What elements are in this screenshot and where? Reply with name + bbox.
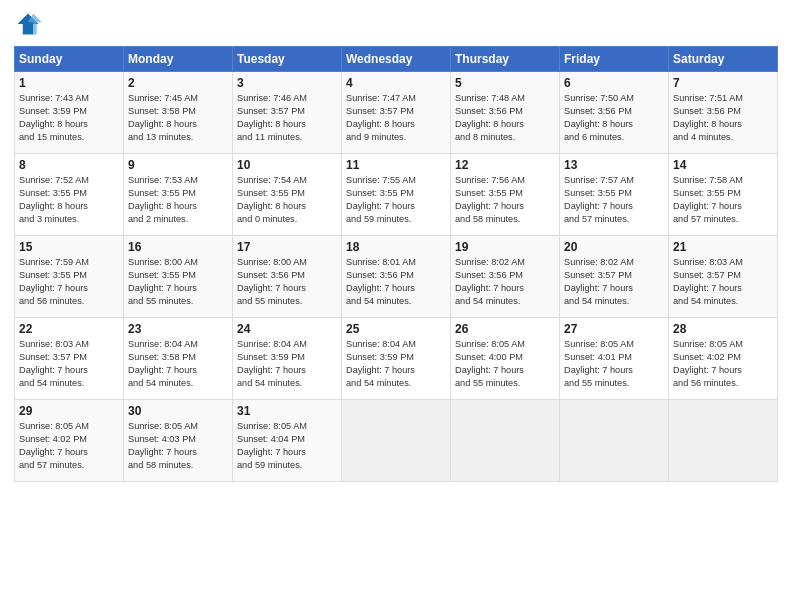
day-info: Sunrise: 7:53 AMSunset: 3:55 PMDaylight:… xyxy=(128,175,198,224)
day-number: 27 xyxy=(564,322,664,336)
calendar-day-29: 29Sunrise: 8:05 AMSunset: 4:02 PMDayligh… xyxy=(15,400,124,482)
calendar-table: Sunday Monday Tuesday Wednesday Thursday… xyxy=(14,46,778,482)
calendar-day-6: 6Sunrise: 7:50 AMSunset: 3:56 PMDaylight… xyxy=(560,72,669,154)
day-info: Sunrise: 7:54 AMSunset: 3:55 PMDaylight:… xyxy=(237,175,307,224)
day-number: 22 xyxy=(19,322,119,336)
day-info: Sunrise: 8:02 AMSunset: 3:57 PMDaylight:… xyxy=(564,257,634,306)
col-sunday: Sunday xyxy=(15,47,124,72)
day-info: Sunrise: 8:03 AMSunset: 3:57 PMDaylight:… xyxy=(19,339,89,388)
day-info: Sunrise: 7:45 AMSunset: 3:58 PMDaylight:… xyxy=(128,93,198,142)
day-number: 30 xyxy=(128,404,228,418)
day-number: 10 xyxy=(237,158,337,172)
calendar-day-9: 9Sunrise: 7:53 AMSunset: 3:55 PMDaylight… xyxy=(124,154,233,236)
calendar-day-5: 5Sunrise: 7:48 AMSunset: 3:56 PMDaylight… xyxy=(451,72,560,154)
day-info: Sunrise: 8:04 AMSunset: 3:59 PMDaylight:… xyxy=(346,339,416,388)
day-number: 19 xyxy=(455,240,555,254)
calendar-day-10: 10Sunrise: 7:54 AMSunset: 3:55 PMDayligh… xyxy=(233,154,342,236)
calendar-day-empty xyxy=(451,400,560,482)
calendar-day-16: 16Sunrise: 8:00 AMSunset: 3:55 PMDayligh… xyxy=(124,236,233,318)
calendar-day-1: 1Sunrise: 7:43 AMSunset: 3:59 PMDaylight… xyxy=(15,72,124,154)
day-number: 28 xyxy=(673,322,773,336)
day-number: 14 xyxy=(673,158,773,172)
col-thursday: Thursday xyxy=(451,47,560,72)
day-number: 15 xyxy=(19,240,119,254)
header xyxy=(14,10,778,38)
calendar-day-27: 27Sunrise: 8:05 AMSunset: 4:01 PMDayligh… xyxy=(560,318,669,400)
day-info: Sunrise: 8:00 AMSunset: 3:56 PMDaylight:… xyxy=(237,257,307,306)
day-number: 11 xyxy=(346,158,446,172)
col-friday: Friday xyxy=(560,47,669,72)
day-info: Sunrise: 8:05 AMSunset: 4:00 PMDaylight:… xyxy=(455,339,525,388)
day-info: Sunrise: 8:05 AMSunset: 4:02 PMDaylight:… xyxy=(19,421,89,470)
day-info: Sunrise: 8:04 AMSunset: 3:59 PMDaylight:… xyxy=(237,339,307,388)
day-info: Sunrise: 7:48 AMSunset: 3:56 PMDaylight:… xyxy=(455,93,525,142)
day-info: Sunrise: 8:03 AMSunset: 3:57 PMDaylight:… xyxy=(673,257,743,306)
day-info: Sunrise: 8:00 AMSunset: 3:55 PMDaylight:… xyxy=(128,257,198,306)
day-info: Sunrise: 7:52 AMSunset: 3:55 PMDaylight:… xyxy=(19,175,89,224)
calendar-day-7: 7Sunrise: 7:51 AMSunset: 3:56 PMDaylight… xyxy=(669,72,778,154)
day-number: 26 xyxy=(455,322,555,336)
calendar-day-12: 12Sunrise: 7:56 AMSunset: 3:55 PMDayligh… xyxy=(451,154,560,236)
calendar-day-18: 18Sunrise: 8:01 AMSunset: 3:56 PMDayligh… xyxy=(342,236,451,318)
calendar-week-5: 29Sunrise: 8:05 AMSunset: 4:02 PMDayligh… xyxy=(15,400,778,482)
calendar-day-8: 8Sunrise: 7:52 AMSunset: 3:55 PMDaylight… xyxy=(15,154,124,236)
day-number: 31 xyxy=(237,404,337,418)
calendar-day-14: 14Sunrise: 7:58 AMSunset: 3:55 PMDayligh… xyxy=(669,154,778,236)
day-info: Sunrise: 8:02 AMSunset: 3:56 PMDaylight:… xyxy=(455,257,525,306)
day-info: Sunrise: 7:59 AMSunset: 3:55 PMDaylight:… xyxy=(19,257,89,306)
logo-icon xyxy=(14,10,42,38)
calendar-week-4: 22Sunrise: 8:03 AMSunset: 3:57 PMDayligh… xyxy=(15,318,778,400)
calendar-day-13: 13Sunrise: 7:57 AMSunset: 3:55 PMDayligh… xyxy=(560,154,669,236)
day-info: Sunrise: 7:51 AMSunset: 3:56 PMDaylight:… xyxy=(673,93,743,142)
day-number: 29 xyxy=(19,404,119,418)
calendar-week-1: 1Sunrise: 7:43 AMSunset: 3:59 PMDaylight… xyxy=(15,72,778,154)
day-info: Sunrise: 7:50 AMSunset: 3:56 PMDaylight:… xyxy=(564,93,634,142)
page-container: Sunday Monday Tuesday Wednesday Thursday… xyxy=(0,0,792,492)
day-number: 2 xyxy=(128,76,228,90)
day-number: 18 xyxy=(346,240,446,254)
day-number: 1 xyxy=(19,76,119,90)
day-number: 16 xyxy=(128,240,228,254)
day-info: Sunrise: 8:05 AMSunset: 4:04 PMDaylight:… xyxy=(237,421,307,470)
calendar-day-26: 26Sunrise: 8:05 AMSunset: 4:00 PMDayligh… xyxy=(451,318,560,400)
col-wednesday: Wednesday xyxy=(342,47,451,72)
calendar-day-30: 30Sunrise: 8:05 AMSunset: 4:03 PMDayligh… xyxy=(124,400,233,482)
day-number: 13 xyxy=(564,158,664,172)
day-info: Sunrise: 8:05 AMSunset: 4:02 PMDaylight:… xyxy=(673,339,743,388)
day-info: Sunrise: 7:43 AMSunset: 3:59 PMDaylight:… xyxy=(19,93,89,142)
day-number: 20 xyxy=(564,240,664,254)
day-number: 4 xyxy=(346,76,446,90)
calendar-day-17: 17Sunrise: 8:00 AMSunset: 3:56 PMDayligh… xyxy=(233,236,342,318)
col-tuesday: Tuesday xyxy=(233,47,342,72)
day-info: Sunrise: 8:05 AMSunset: 4:03 PMDaylight:… xyxy=(128,421,198,470)
day-number: 7 xyxy=(673,76,773,90)
calendar-day-25: 25Sunrise: 8:04 AMSunset: 3:59 PMDayligh… xyxy=(342,318,451,400)
calendar-week-2: 8Sunrise: 7:52 AMSunset: 3:55 PMDaylight… xyxy=(15,154,778,236)
calendar-day-15: 15Sunrise: 7:59 AMSunset: 3:55 PMDayligh… xyxy=(15,236,124,318)
calendar-day-20: 20Sunrise: 8:02 AMSunset: 3:57 PMDayligh… xyxy=(560,236,669,318)
calendar-week-3: 15Sunrise: 7:59 AMSunset: 3:55 PMDayligh… xyxy=(15,236,778,318)
calendar-day-21: 21Sunrise: 8:03 AMSunset: 3:57 PMDayligh… xyxy=(669,236,778,318)
day-number: 12 xyxy=(455,158,555,172)
calendar-day-empty xyxy=(669,400,778,482)
day-number: 25 xyxy=(346,322,446,336)
day-info: Sunrise: 7:46 AMSunset: 3:57 PMDaylight:… xyxy=(237,93,307,142)
day-number: 24 xyxy=(237,322,337,336)
calendar-day-24: 24Sunrise: 8:04 AMSunset: 3:59 PMDayligh… xyxy=(233,318,342,400)
calendar-day-31: 31Sunrise: 8:05 AMSunset: 4:04 PMDayligh… xyxy=(233,400,342,482)
day-info: Sunrise: 7:57 AMSunset: 3:55 PMDaylight:… xyxy=(564,175,634,224)
calendar-day-11: 11Sunrise: 7:55 AMSunset: 3:55 PMDayligh… xyxy=(342,154,451,236)
day-info: Sunrise: 8:01 AMSunset: 3:56 PMDaylight:… xyxy=(346,257,416,306)
day-number: 9 xyxy=(128,158,228,172)
day-number: 17 xyxy=(237,240,337,254)
logo xyxy=(14,10,46,38)
day-info: Sunrise: 7:55 AMSunset: 3:55 PMDaylight:… xyxy=(346,175,416,224)
day-number: 3 xyxy=(237,76,337,90)
day-number: 5 xyxy=(455,76,555,90)
header-row: Sunday Monday Tuesday Wednesday Thursday… xyxy=(15,47,778,72)
calendar-day-3: 3Sunrise: 7:46 AMSunset: 3:57 PMDaylight… xyxy=(233,72,342,154)
day-info: Sunrise: 7:56 AMSunset: 3:55 PMDaylight:… xyxy=(455,175,525,224)
day-number: 21 xyxy=(673,240,773,254)
calendar-day-19: 19Sunrise: 8:02 AMSunset: 3:56 PMDayligh… xyxy=(451,236,560,318)
col-saturday: Saturday xyxy=(669,47,778,72)
